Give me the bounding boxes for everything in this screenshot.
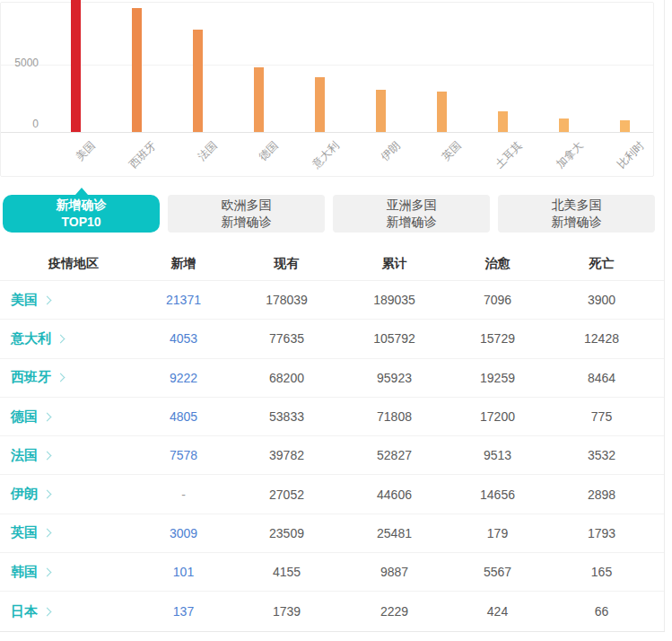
tab-label: 亚洲多国 [387, 197, 437, 214]
chart-bar[interactable] [498, 111, 508, 132]
cured-value: 7096 [446, 293, 549, 307]
chart-bar[interactable] [315, 77, 325, 132]
cured-value: 424 [446, 604, 549, 619]
header-current: 现有 [231, 256, 343, 272]
region-cell[interactable]: 美国 [11, 292, 136, 309]
death-value: 66 [549, 604, 654, 619]
region-name: 意大利 [11, 330, 51, 347]
new-cases-value[interactable]: 101 [136, 565, 231, 579]
region-cell[interactable]: 西班牙 [11, 369, 136, 386]
covid-data-table: 疫情地区 新增 现有 累计 治愈 死亡 美国213711780391890357… [0, 247, 665, 631]
new-cases-value: - [136, 487, 231, 502]
region-link[interactable]: 美国 [11, 292, 50, 309]
new-cases-value[interactable]: 137 [136, 604, 231, 619]
death-value: 12428 [549, 331, 654, 346]
new-cases-value[interactable]: 9222 [136, 371, 231, 385]
table-row: 法国7578397825282795133532 [0, 436, 665, 475]
region-link[interactable]: 伊朗 [11, 486, 50, 503]
page-right-border [664, 0, 665, 632]
new-cases-value[interactable]: 4053 [136, 331, 231, 346]
current-cases-value: 53833 [231, 409, 343, 424]
current-cases-value: 39782 [231, 448, 343, 462]
current-cases-value: 4155 [231, 565, 343, 579]
y-tick-5000: 5000 [0, 57, 39, 69]
region-cell[interactable]: 日本 [11, 603, 136, 620]
region-cell[interactable]: 伊朗 [11, 486, 136, 503]
table-row: 西班牙92226820095923192598464 [0, 359, 665, 398]
new-cases-value[interactable]: 7578 [136, 448, 231, 462]
region-cell[interactable]: 法国 [11, 447, 136, 464]
header-cured: 治愈 [446, 256, 549, 272]
new-cases-value[interactable]: 4805 [136, 409, 231, 424]
death-value: 165 [549, 565, 654, 579]
tab-label: 新增确诊 [552, 214, 602, 231]
total-cases-value: 52827 [343, 448, 446, 462]
header-region: 疫情地区 [11, 256, 136, 272]
death-value: 3900 [549, 293, 654, 307]
tab-asia-new-cases[interactable]: 亚洲多国 新增确诊 [333, 195, 490, 233]
total-cases-value: 71808 [343, 409, 446, 424]
chevron-right-icon [43, 529, 52, 538]
chevron-right-icon [57, 373, 65, 382]
death-value: 3532 [549, 448, 654, 462]
region-link[interactable]: 韩国 [11, 564, 50, 581]
region-link[interactable]: 日本 [11, 603, 50, 620]
chevron-right-icon [57, 334, 65, 343]
x-axis-line [1, 132, 653, 133]
region-link[interactable]: 德国 [11, 408, 50, 426]
new-cases-value[interactable]: 21371 [136, 293, 231, 307]
chevron-right-icon [43, 607, 52, 616]
region-link[interactable]: 意大利 [11, 330, 64, 347]
region-cell[interactable]: 英国 [11, 524, 136, 541]
cured-value: 19259 [446, 371, 549, 385]
chevron-right-icon [43, 295, 52, 304]
region-name: 西班牙 [11, 369, 51, 386]
new-cases-value[interactable]: 3009 [136, 526, 231, 540]
chevron-right-icon [43, 412, 52, 421]
chart-bar[interactable] [437, 92, 447, 132]
cured-value: 15729 [446, 331, 549, 346]
region-name: 英国 [11, 524, 38, 541]
table-header-row: 疫情地区 新增 现有 累计 治愈 死亡 [0, 247, 665, 281]
death-value: 2898 [549, 487, 654, 502]
tab-europe-new-cases[interactable]: 欧洲多国 新增确诊 [168, 195, 325, 233]
cured-value: 5567 [446, 565, 549, 579]
current-cases-value: 178039 [231, 293, 343, 307]
tab-new-cases-top10[interactable]: 新增确诊 TOP10 [3, 195, 160, 233]
tab-label: 欧洲多国 [222, 197, 272, 214]
region-name: 日本 [11, 603, 38, 620]
total-cases-value: 44606 [343, 487, 446, 502]
current-cases-value: 23509 [231, 526, 343, 540]
total-cases-value: 9887 [343, 565, 446, 579]
active-tab-pointer-icon [75, 188, 88, 195]
chart-bar[interactable] [620, 120, 630, 132]
y-tick-0: 0 [0, 118, 39, 130]
chart-bar[interactable] [559, 119, 569, 132]
region-cell[interactable]: 德国 [11, 408, 136, 426]
region-link[interactable]: 西班牙 [11, 369, 64, 386]
death-value: 775 [549, 409, 654, 424]
table-row: 意大利4053776351057921572912428 [0, 320, 665, 358]
chevron-right-icon [43, 490, 52, 499]
region-cell[interactable]: 意大利 [11, 330, 136, 347]
region-name: 法国 [11, 447, 38, 464]
chart-bar[interactable] [71, 0, 81, 132]
region-name: 韩国 [11, 564, 38, 581]
chart-bar[interactable] [193, 30, 203, 132]
tab-label: 北美多国 [552, 197, 602, 214]
region-name: 德国 [11, 408, 38, 426]
header-new: 新增 [136, 256, 231, 272]
region-link[interactable]: 法国 [11, 447, 50, 464]
chart-bar[interactable] [254, 67, 264, 132]
new-cases-bar-chart: 5000 0 美国西班牙法国德国意大利伊朗英国土耳其加拿大比利时 [0, 0, 665, 179]
region-cell[interactable]: 韩国 [11, 564, 136, 581]
chart-bar[interactable] [376, 90, 386, 132]
region-link[interactable]: 英国 [11, 524, 50, 541]
region-name: 美国 [11, 292, 38, 309]
chevron-right-icon [43, 451, 52, 460]
tab-label: 新增确诊 [387, 214, 437, 231]
chart-bar[interactable] [132, 8, 142, 132]
table-row: 德国4805538337180817200775 [0, 398, 665, 436]
tab-north-america-new-cases[interactable]: 北美多国 新增确诊 [498, 195, 655, 233]
tab-label: TOP10 [61, 214, 100, 231]
